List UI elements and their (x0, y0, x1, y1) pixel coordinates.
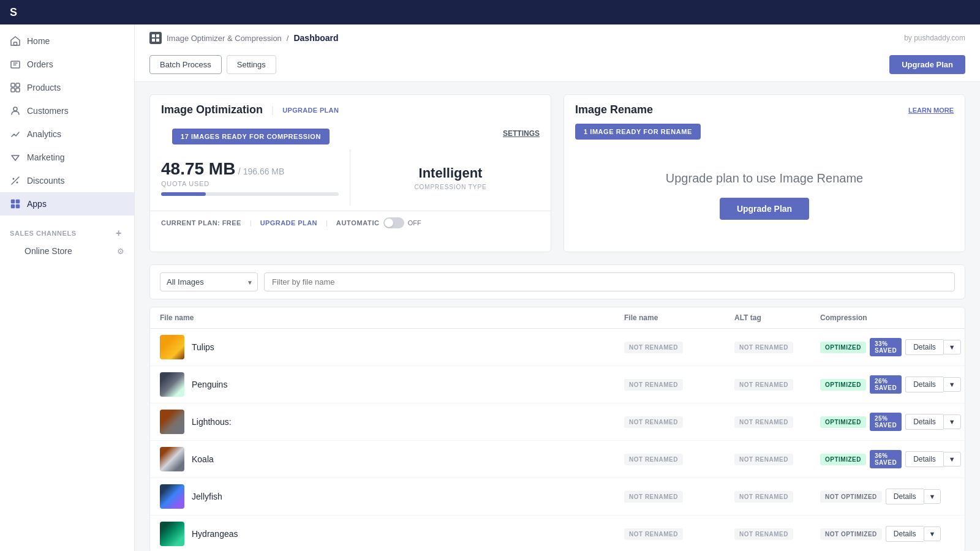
svg-point-6 (13, 107, 17, 111)
rename-upgrade-text: Upgrade plan to use Image Rename (586, 171, 943, 186)
compression-type-stat: Intelligent COMPRESSION TYPE (350, 149, 551, 206)
app-icon (149, 32, 162, 44)
sidebar-item-online-store[interactable]: Online Store ⚙ (0, 241, 134, 261)
row-name-cell: Lighthous: (160, 410, 624, 434)
alt-tag-tag: NOT RENAMED (734, 528, 793, 540)
row-name-cell: Jellyfish (160, 484, 624, 509)
plan-upgrade-link[interactable]: UPGRADE PLAN (260, 219, 317, 227)
main-layout: Home Orders Products Customers (0, 24, 980, 551)
compression-type-value: Intelligent (419, 165, 483, 181)
svg-rect-4 (11, 88, 15, 92)
details-button[interactable]: Details (905, 414, 943, 430)
sidebar-item-discounts[interactable]: Discounts (0, 169, 134, 192)
row-thumb (160, 410, 184, 434)
breadcrumb-separator: / (287, 34, 289, 43)
settings-button[interactable]: Settings (227, 55, 276, 74)
row-filename-status: NOT RENAMED (624, 416, 734, 428)
saved-badge: 26% SAVED (870, 375, 902, 394)
details-dropdown-button[interactable]: ▼ (943, 377, 961, 392)
not-optimized-badge: NOT OPTIMIZED (820, 491, 882, 503)
rename-learn-more-link[interactable]: LEARN MORE (908, 107, 954, 114)
topbar: S (0, 0, 980, 24)
file-name-tag: NOT RENAMED (624, 454, 683, 465)
optimized-badge: OPTIMIZED (820, 379, 866, 391)
compression-cell: NOT OPTIMIZED Details ▼ (820, 526, 955, 542)
row-alttag-status: NOT RENAMED (734, 378, 820, 391)
image-table: File name File name ALT tag Compression … (149, 307, 965, 551)
sidebar-item-home-label: Home (27, 36, 50, 46)
svg-rect-11 (11, 204, 15, 208)
rename-title: Image Rename (575, 103, 653, 116)
discounts-icon (10, 175, 21, 186)
details-button[interactable]: Details (905, 451, 943, 467)
optimization-body: 17 IMAGES READY FOR COMPRESSION SETTINGS… (150, 122, 551, 234)
filter-select[interactable]: All ImagesOptimizedNot Optimized (160, 272, 258, 291)
upgrade-plan-button[interactable]: Upgrade Plan (889, 55, 965, 74)
topbar-logo: S (10, 6, 17, 19)
details-dropdown-button[interactable]: ▼ (943, 340, 961, 354)
details-button[interactable]: Details (886, 489, 924, 504)
row-filename-status: NOT RENAMED (624, 453, 734, 465)
sidebar-item-marketing[interactable]: Marketing (0, 146, 134, 169)
quota-used-value: 48.75 MB (161, 159, 235, 178)
sidebar-item-orders[interactable]: Orders (0, 53, 134, 76)
batch-process-button[interactable]: Batch Process (149, 55, 222, 74)
automatic-toggle-container: AUTOMATIC OFF (336, 217, 421, 228)
compression-cell: OPTIMIZED 33% SAVED Details ▼ (820, 338, 955, 356)
sidebar-item-products[interactable]: Products (0, 76, 134, 99)
rename-upgrade-area: Upgrade plan to use Image Rename Upgrade… (575, 147, 954, 244)
online-store-settings-icon[interactable]: ⚙ (117, 247, 124, 256)
by-text: by pushdaddy.com (904, 34, 965, 42)
progress-bar-container (161, 192, 339, 196)
row-thumb (160, 335, 184, 359)
toggle-off-label: OFF (408, 219, 421, 227)
sidebar-item-discounts-label: Discounts (27, 176, 64, 186)
sidebar: Home Orders Products Customers (0, 24, 135, 551)
filter-input[interactable] (264, 272, 955, 291)
automatic-toggle[interactable] (383, 217, 404, 228)
sidebar-item-home[interactable]: Home (0, 29, 134, 53)
sidebar-item-marketing-label: Marketing (27, 152, 64, 162)
col-header-filename: File name (160, 313, 624, 322)
opt-banner-row: 17 IMAGES READY FOR COMPRESSION SETTINGS (150, 122, 551, 144)
details-button[interactable]: Details (886, 526, 924, 542)
file-name-tag: NOT RENAMED (624, 528, 683, 540)
details-btn-group: Details ▼ (905, 451, 961, 467)
details-dropdown-button[interactable]: ▼ (943, 452, 961, 467)
row-filename-status: NOT RENAMED (624, 490, 734, 503)
row-name-cell: Penguins (160, 372, 624, 397)
row-file-name: Lighthous: (192, 417, 232, 427)
sidebar-item-analytics[interactable]: Analytics (0, 122, 134, 146)
filter-select-wrapper: All ImagesOptimizedNot Optimized ▼ (160, 272, 258, 291)
col-header-compression: Compression (820, 313, 955, 322)
toolbar-left: Batch Process Settings (149, 55, 276, 74)
opt-settings-link[interactable]: SETTINGS (503, 129, 540, 138)
details-dropdown-button[interactable]: ▼ (924, 527, 941, 541)
svg-rect-15 (152, 39, 155, 42)
sales-channels-label: SALES CHANNELS (10, 230, 77, 237)
sidebar-item-apps[interactable]: Apps (0, 192, 134, 216)
row-alttag-status: NOT RENAMED (734, 490, 820, 503)
row-file-name: Penguins (192, 380, 227, 389)
details-dropdown-button[interactable]: ▼ (924, 489, 941, 504)
sales-channels-section: SALES CHANNELS + (0, 220, 134, 241)
add-sales-channel-button[interactable]: + (113, 228, 124, 239)
file-name-tag: NOT RENAMED (624, 379, 683, 391)
rename-upgrade-button[interactable]: Upgrade Plan (720, 198, 809, 220)
rename-panel-header: Image Rename LEARN MORE (564, 95, 965, 116)
svg-rect-9 (11, 200, 15, 203)
svg-point-7 (13, 178, 15, 180)
details-button[interactable]: Details (905, 377, 943, 392)
compression-cell: OPTIMIZED 36% SAVED Details ▼ (820, 450, 955, 468)
sidebar-item-customers[interactable]: Customers (0, 99, 134, 122)
details-button[interactable]: Details (905, 339, 943, 355)
progress-bar-fill (161, 192, 206, 196)
details-dropdown-button[interactable]: ▼ (943, 414, 961, 429)
alt-tag-tag: NOT RENAMED (734, 491, 793, 503)
row-name-cell: Hydrangeas (160, 522, 624, 546)
saved-badge: 33% SAVED (870, 338, 902, 356)
marketing-icon (10, 152, 21, 163)
table-header: File name File name ALT tag Compression (150, 307, 965, 329)
optimization-upgrade-link[interactable]: UPGRADE PLAN (282, 107, 339, 114)
optimization-title: Image Optimization (161, 103, 263, 116)
